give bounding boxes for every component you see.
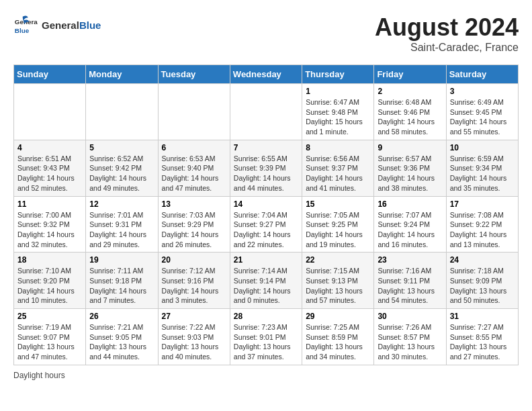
calendar-week-row: 25Sunrise: 7:19 AM Sunset: 9:07 PM Dayli… bbox=[14, 309, 519, 365]
logo-blue: Blue bbox=[79, 19, 101, 31]
table-row: 24Sunrise: 7:18 AM Sunset: 9:09 PM Dayli… bbox=[446, 253, 518, 309]
svg-text:Blue: Blue bbox=[15, 27, 30, 34]
col-friday: Friday bbox=[374, 65, 446, 84]
table-row: 31Sunrise: 7:27 AM Sunset: 8:55 PM Dayli… bbox=[446, 309, 518, 365]
table-row: 13Sunrise: 7:03 AM Sunset: 9:29 PM Dayli… bbox=[158, 196, 230, 253]
day-info: Sunrise: 7:07 AM Sunset: 9:24 PM Dayligh… bbox=[378, 210, 442, 250]
day-number: 8 bbox=[306, 143, 370, 152]
col-thursday: Thursday bbox=[302, 65, 374, 84]
col-wednesday: Wednesday bbox=[230, 65, 302, 84]
day-info: Sunrise: 7:19 AM Sunset: 9:07 PM Dayligh… bbox=[17, 322, 82, 362]
logo-icon: General Blue bbox=[13, 13, 38, 38]
day-info: Sunrise: 7:01 AM Sunset: 9:31 PM Dayligh… bbox=[89, 210, 154, 250]
table-row: 12Sunrise: 7:01 AM Sunset: 9:31 PM Dayli… bbox=[86, 196, 158, 253]
day-info: Sunrise: 7:05 AM Sunset: 9:25 PM Dayligh… bbox=[306, 210, 370, 250]
day-number: 24 bbox=[450, 255, 515, 265]
calendar-table: Sunday Monday Tuesday Wednesday Thursday… bbox=[13, 64, 519, 365]
table-row: 14Sunrise: 7:04 AM Sunset: 9:27 PM Dayli… bbox=[230, 196, 302, 253]
day-info: Sunrise: 7:15 AM Sunset: 9:13 PM Dayligh… bbox=[306, 266, 370, 306]
table-row: 19Sunrise: 7:11 AM Sunset: 9:18 PM Dayli… bbox=[86, 253, 158, 309]
table-row: 20Sunrise: 7:12 AM Sunset: 9:16 PM Dayli… bbox=[158, 253, 230, 309]
day-number: 18 bbox=[17, 255, 82, 265]
table-row bbox=[14, 84, 86, 140]
table-row: 1Sunrise: 6:47 AM Sunset: 9:48 PM Daylig… bbox=[302, 84, 374, 140]
table-row: 4Sunrise: 6:51 AM Sunset: 9:43 PM Daylig… bbox=[14, 140, 86, 196]
table-row bbox=[158, 84, 230, 140]
day-info: Sunrise: 7:08 AM Sunset: 9:22 PM Dayligh… bbox=[450, 210, 515, 250]
day-number: 17 bbox=[450, 199, 515, 209]
table-row bbox=[86, 84, 158, 140]
day-info: Sunrise: 7:11 AM Sunset: 9:18 PM Dayligh… bbox=[89, 266, 154, 306]
table-row: 3Sunrise: 6:49 AM Sunset: 9:45 PM Daylig… bbox=[446, 84, 518, 140]
logo-general: General bbox=[42, 19, 79, 31]
table-row: 8Sunrise: 6:56 AM Sunset: 9:37 PM Daylig… bbox=[302, 140, 374, 196]
day-info: Sunrise: 6:47 AM Sunset: 9:48 PM Dayligh… bbox=[306, 97, 370, 137]
day-number: 30 bbox=[378, 312, 442, 321]
day-number: 9 bbox=[378, 143, 442, 152]
day-number: 21 bbox=[234, 255, 298, 265]
calendar-week-row: 11Sunrise: 7:00 AM Sunset: 9:32 PM Dayli… bbox=[14, 196, 519, 253]
day-number: 2 bbox=[378, 87, 442, 96]
col-sunday: Sunday bbox=[14, 65, 86, 84]
col-tuesday: Tuesday bbox=[158, 65, 230, 84]
logo: General Blue GeneralBlue bbox=[13, 13, 101, 38]
table-row: 2Sunrise: 6:48 AM Sunset: 9:46 PM Daylig… bbox=[374, 84, 446, 140]
day-info: Sunrise: 6:48 AM Sunset: 9:46 PM Dayligh… bbox=[378, 97, 442, 137]
day-info: Sunrise: 6:57 AM Sunset: 9:36 PM Dayligh… bbox=[378, 154, 442, 193]
table-row: 27Sunrise: 7:22 AM Sunset: 9:03 PM Dayli… bbox=[158, 309, 230, 365]
day-info: Sunrise: 6:59 AM Sunset: 9:34 PM Dayligh… bbox=[450, 154, 515, 193]
day-number: 7 bbox=[234, 143, 298, 152]
month-year-title: August 2024 bbox=[375, 13, 519, 42]
title-section: August 2024 Saint-Caradec, France bbox=[375, 13, 519, 54]
day-number: 5 bbox=[89, 143, 154, 152]
day-number: 20 bbox=[162, 255, 226, 265]
page-header: General Blue GeneralBlue August 2024 Sai… bbox=[13, 13, 519, 54]
day-info: Sunrise: 7:03 AM Sunset: 9:29 PM Dayligh… bbox=[162, 210, 226, 250]
day-info: Sunrise: 6:56 AM Sunset: 9:37 PM Dayligh… bbox=[306, 154, 370, 193]
day-number: 19 bbox=[89, 255, 154, 265]
calendar-week-row: 1Sunrise: 6:47 AM Sunset: 9:48 PM Daylig… bbox=[14, 84, 519, 140]
day-info: Sunrise: 7:22 AM Sunset: 9:03 PM Dayligh… bbox=[162, 322, 226, 362]
col-saturday: Saturday bbox=[446, 65, 518, 84]
day-info: Sunrise: 7:25 AM Sunset: 8:59 PM Dayligh… bbox=[306, 322, 370, 362]
day-info: Sunrise: 6:51 AM Sunset: 9:43 PM Dayligh… bbox=[17, 154, 82, 193]
day-info: Sunrise: 6:55 AM Sunset: 9:39 PM Dayligh… bbox=[234, 154, 298, 193]
table-row: 16Sunrise: 7:07 AM Sunset: 9:24 PM Dayli… bbox=[374, 196, 446, 253]
day-number: 3 bbox=[450, 87, 515, 96]
day-number: 13 bbox=[162, 199, 226, 209]
table-row: 5Sunrise: 6:52 AM Sunset: 9:42 PM Daylig… bbox=[86, 140, 158, 196]
daylight-hours-label: Daylight hours bbox=[13, 371, 65, 380]
day-number: 28 bbox=[234, 312, 298, 321]
table-row: 6Sunrise: 6:53 AM Sunset: 9:40 PM Daylig… bbox=[158, 140, 230, 196]
day-number: 27 bbox=[162, 312, 226, 321]
day-info: Sunrise: 7:18 AM Sunset: 9:09 PM Dayligh… bbox=[450, 266, 515, 306]
day-number: 6 bbox=[162, 143, 226, 152]
table-row: 21Sunrise: 7:14 AM Sunset: 9:14 PM Dayli… bbox=[230, 253, 302, 309]
day-number: 23 bbox=[378, 255, 442, 265]
day-info: Sunrise: 7:23 AM Sunset: 9:01 PM Dayligh… bbox=[234, 322, 298, 362]
calendar-week-row: 18Sunrise: 7:10 AM Sunset: 9:20 PM Dayli… bbox=[14, 253, 519, 309]
day-number: 25 bbox=[17, 312, 82, 321]
table-row: 22Sunrise: 7:15 AM Sunset: 9:13 PM Dayli… bbox=[302, 253, 374, 309]
logo-text-container: GeneralBlue bbox=[42, 20, 101, 32]
table-row: 10Sunrise: 6:59 AM Sunset: 9:34 PM Dayli… bbox=[446, 140, 518, 196]
day-number: 1 bbox=[306, 87, 370, 96]
day-number: 15 bbox=[306, 199, 370, 209]
day-number: 26 bbox=[89, 312, 154, 321]
day-info: Sunrise: 7:16 AM Sunset: 9:11 PM Dayligh… bbox=[378, 266, 442, 306]
calendar-header-row: Sunday Monday Tuesday Wednesday Thursday… bbox=[14, 65, 519, 84]
day-number: 16 bbox=[378, 199, 442, 209]
table-row: 28Sunrise: 7:23 AM Sunset: 9:01 PM Dayli… bbox=[230, 309, 302, 365]
table-row bbox=[230, 84, 302, 140]
location-subtitle: Saint-Caradec, France bbox=[375, 42, 519, 54]
day-info: Sunrise: 6:52 AM Sunset: 9:42 PM Dayligh… bbox=[89, 154, 154, 193]
table-row: 29Sunrise: 7:25 AM Sunset: 8:59 PM Dayli… bbox=[302, 309, 374, 365]
day-number: 12 bbox=[89, 199, 154, 209]
day-number: 29 bbox=[306, 312, 370, 321]
day-info: Sunrise: 7:26 AM Sunset: 8:57 PM Dayligh… bbox=[378, 322, 442, 362]
day-info: Sunrise: 7:21 AM Sunset: 9:05 PM Dayligh… bbox=[89, 322, 154, 362]
day-info: Sunrise: 7:10 AM Sunset: 9:20 PM Dayligh… bbox=[17, 266, 82, 306]
day-number: 31 bbox=[450, 312, 515, 321]
day-info: Sunrise: 7:27 AM Sunset: 8:55 PM Dayligh… bbox=[450, 322, 515, 362]
day-number: 4 bbox=[17, 143, 82, 152]
